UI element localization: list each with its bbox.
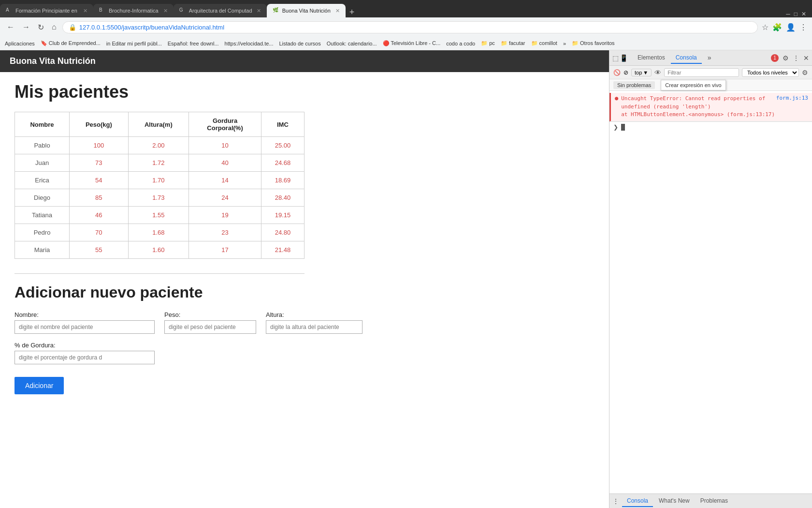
tab-consola[interactable]: Consola	[671, 52, 702, 64]
tab-favicon-2: B	[99, 7, 106, 14]
devtools-close-icon[interactable]: ✕	[803, 54, 809, 62]
table-row: Diego851.732428.40	[15, 189, 304, 207]
browser-chrome: A Formación Principiante en Progr... ✕ B…	[0, 0, 812, 50]
patient-name-cell: Maria	[15, 241, 70, 259]
tab-close-4[interactable]: ✕	[335, 8, 340, 14]
patient-data-cell: 23	[189, 224, 261, 241]
col-nombre: Nombre	[15, 112, 70, 137]
bookmark-aplicaciones[interactable]: Aplicaciones	[5, 41, 35, 46]
patient-data-cell: 1.70	[128, 172, 189, 189]
bookmark-outlook[interactable]: Outlook: calendario...	[327, 41, 377, 46]
menu-icon[interactable]: ⋮	[799, 23, 807, 32]
patients-table: Nombre Peso(kg) Altura(m) GorduraCorpora…	[14, 112, 304, 259]
bottom-tab-whats-new[interactable]: What's New	[654, 495, 695, 507]
new-tab-button[interactable]: +	[346, 7, 359, 17]
tab-elementos[interactable]: Elementos	[633, 52, 670, 64]
patient-data-cell: 1.73	[128, 189, 189, 207]
col-peso: Peso(kg)	[70, 112, 128, 137]
tab-close-3[interactable]: ✕	[257, 8, 261, 14]
patient-name-cell: Erica	[15, 172, 70, 189]
table-row: Pedro701.682324.80	[15, 224, 304, 241]
patient-data-cell: 40	[189, 154, 261, 172]
close-button[interactable]: ✕	[801, 11, 806, 17]
patient-data-cell: 19.15	[261, 207, 304, 224]
table-row: Maria551.601721.48	[15, 241, 304, 259]
console-error-entry: ● Uncaught TypeError: Cannot read proper…	[609, 93, 812, 121]
bookmark-comillot[interactable]: 📁 comillot	[531, 40, 557, 46]
bookmark-more[interactable]: »	[563, 41, 566, 46]
profile-icon[interactable]: 👤	[786, 23, 796, 32]
devtools-top-icon-inspect[interactable]: ⬚	[612, 54, 619, 62]
bookmark-velocidad[interactable]: https://velocidad.te...	[225, 41, 274, 46]
file-reference[interactable]: form.js:13	[776, 95, 808, 101]
top-selector[interactable]: top ▼	[631, 69, 652, 76]
console-settings-icon[interactable]: ⚙	[802, 69, 808, 76]
tab-arquitectura[interactable]: G Arquitectura del Computador m... ✕	[174, 4, 267, 17]
tab-close-2[interactable]: ✕	[163, 8, 168, 14]
bookmark-codo[interactable]: codo a codo	[446, 41, 475, 46]
bottom-dots-icon[interactable]: ⋮	[612, 497, 619, 505]
bottom-tab-consola[interactable]: Consola	[622, 495, 653, 507]
minimize-button[interactable]: ─	[786, 11, 790, 17]
filter-icon[interactable]: ⊘	[624, 69, 628, 76]
clear-console-icon[interactable]: 🚫	[613, 69, 621, 76]
bookmark-facutar[interactable]: 📁 facutar	[501, 40, 525, 46]
patient-name-cell: Tatiana	[15, 207, 70, 224]
tab-more[interactable]: »	[703, 52, 716, 64]
bookmark-club[interactable]: 🔖 Club de Emprended...	[41, 40, 101, 46]
settings-gear-icon[interactable]: ⚙	[783, 54, 789, 62]
tab-favicon-4: 🌿	[273, 7, 279, 14]
adicionar-button[interactable]: Adicionar	[14, 377, 64, 394]
home-button[interactable]: ⌂	[50, 21, 58, 33]
table-row: Erica541.701418.69	[15, 172, 304, 189]
tab-label-3: Arquitectura del Computador m...	[189, 8, 252, 14]
gordura-input[interactable]	[14, 351, 155, 364]
url-text: 127.0.0.1:5500/javascritp/buenaVidaNutri…	[79, 24, 752, 31]
bottom-tab-problemas[interactable]: Problemas	[696, 495, 733, 507]
tab-brochure[interactable]: B Brochure-Informatica ✕	[93, 4, 174, 17]
maximize-button[interactable]: □	[794, 11, 798, 17]
extensions-icon[interactable]: 🧩	[772, 23, 782, 32]
devtools-top-icon-device[interactable]: 📱	[620, 54, 628, 62]
patient-data-cell: 1.55	[128, 207, 189, 224]
tab-formacion[interactable]: A Formación Principiante en Progr... ✕	[0, 4, 93, 17]
patient-data-cell: 1.72	[128, 154, 189, 172]
patient-data-cell: 10	[189, 137, 261, 154]
url-bar[interactable]: 🔒 127.0.0.1:5500/javascritp/buenaVidaNut…	[62, 21, 758, 33]
filter-input[interactable]	[664, 68, 739, 77]
bookmark-star-icon[interactable]: ☆	[762, 23, 768, 32]
patient-data-cell: 24.68	[261, 154, 304, 172]
tab-close-1[interactable]: ✕	[83, 8, 87, 14]
patient-data-cell: 55	[70, 241, 128, 259]
sin-problemas-button[interactable]: Sin problemas	[613, 81, 655, 89]
reload-button[interactable]: ↻	[36, 21, 46, 34]
back-button[interactable]: ←	[5, 21, 16, 33]
nombre-input[interactable]	[14, 320, 155, 334]
table-row: Pablo1002.001025.00	[15, 137, 304, 154]
peso-input[interactable]	[164, 320, 256, 334]
bookmark-listado[interactable]: Listado de cursos	[279, 41, 320, 46]
bookmark-television[interactable]: 🔴 Televisión Libre - C...	[383, 40, 441, 46]
webpage: Buona Vita Nutrición Mis pacientes Nombr…	[0, 50, 609, 508]
console-cursor	[621, 124, 625, 131]
tab-buona-vita[interactable]: 🌿 Buona Vita Nutrición ✕	[267, 4, 346, 17]
level-selector[interactable]: Todos los niveles	[742, 68, 799, 77]
forward-button[interactable]: →	[20, 21, 32, 33]
bookmark-editar[interactable]: in Editar mi perfil públ...	[106, 41, 162, 46]
bookmarks-bar: Aplicaciones 🔖 Club de Emprended... in E…	[0, 37, 812, 50]
bookmark-espanol[interactable]: Español: free downl...	[168, 41, 219, 46]
altura-input[interactable]	[266, 320, 362, 334]
patient-data-cell: 1.68	[128, 224, 189, 241]
patient-name-cell: Pablo	[15, 137, 70, 154]
tab-bar: A Formación Principiante en Progr... ✕ B…	[0, 0, 812, 17]
patient-name-cell: Diego	[15, 189, 70, 207]
error-icon: ●	[615, 95, 618, 102]
patient-data-cell: 21.48	[261, 241, 304, 259]
bookmark-pc[interactable]: 📁 pc	[481, 40, 495, 46]
patient-data-cell: 54	[70, 172, 128, 189]
eye-icon[interactable]: 👁	[654, 69, 661, 76]
patient-data-cell: 1.60	[128, 241, 189, 259]
bookmark-otros[interactable]: 📁 Otros favoritos	[572, 40, 615, 46]
devtools-more-icon[interactable]: ⋮	[793, 54, 799, 62]
error-text: Uncaught TypeError: Cannot read properti…	[621, 95, 776, 119]
